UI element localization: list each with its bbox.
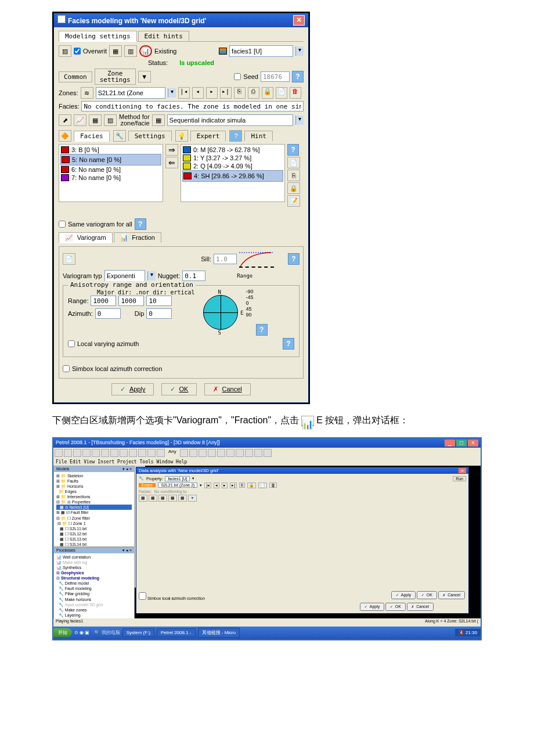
tab-variogram[interactable]: 📈 Variogram xyxy=(59,232,113,243)
toolbar-icon[interactable] xyxy=(226,449,234,457)
note-icon[interactable]: 📝 xyxy=(287,195,300,207)
start-button[interactable]: 开始 xyxy=(53,628,72,637)
models-tree[interactable]: ⊞ 📁 Skeleton ⊞ 📁 Faults ⊞ 📁 Horizons 📁 E… xyxy=(54,472,134,547)
list-item[interactable]: 4: SH [29.86 -> 29.86 %] xyxy=(194,172,264,179)
ok-button[interactable]: ✓ OK xyxy=(161,383,197,395)
tab-icon[interactable]: ▦ xyxy=(178,495,187,502)
property-dropdown[interactable]: ▾ xyxy=(295,46,304,56)
list-item[interactable]: 1: Y [3.27 -> 3.27 %] xyxy=(193,154,251,161)
lock-page-icon[interactable]: 🔒 xyxy=(287,182,300,194)
close-button[interactable]: × xyxy=(293,15,305,26)
lock-icon[interactable]: 🔒 xyxy=(247,483,256,488)
help-icon[interactable]: ? xyxy=(283,338,294,350)
method-icon-1[interactable]: ⬈ xyxy=(59,114,71,126)
range-minor-input[interactable] xyxy=(118,296,144,306)
apply-button[interactable]: ✓ Apply xyxy=(111,383,154,395)
bar-chart-icon[interactable]: ▥ xyxy=(124,45,137,57)
tab-icon[interactable]: ▦ xyxy=(158,495,167,502)
toolbar-icon[interactable] xyxy=(236,449,244,457)
toolbar-icon[interactable] xyxy=(180,449,188,457)
azimuth-input[interactable] xyxy=(95,308,121,319)
toolbar-icon[interactable] xyxy=(199,449,207,457)
toolbar-icon[interactable] xyxy=(254,449,262,457)
zone-select[interactable]: S2L21.txt (Zone 2) xyxy=(158,483,197,488)
run-button[interactable]: Run xyxy=(453,476,466,481)
taskbar-item[interactable]: System (F:) xyxy=(122,628,154,637)
new-page-icon[interactable]: 📄 xyxy=(287,157,300,168)
overwrite-checkbox[interactable] xyxy=(74,48,81,55)
toolbar-icon[interactable] xyxy=(92,449,100,457)
apply-button[interactable]: ✓ Apply xyxy=(360,603,384,611)
toolbar-icon[interactable] xyxy=(129,449,137,457)
toolbar-icon[interactable] xyxy=(64,449,72,457)
taskbar-item[interactable]: Petrel 2008.1 - xyxy=(157,628,195,637)
list-item[interactable]: 0: M [62.78 -> 62.78 %] xyxy=(193,146,260,153)
toolbar-icon[interactable] xyxy=(120,449,128,457)
histogram-icon[interactable]: 📊 xyxy=(139,45,152,57)
method-icon-3[interactable]: ▦ xyxy=(89,114,102,126)
toolbar-icon[interactable] xyxy=(138,449,146,457)
grid-icon[interactable]: ▦ xyxy=(152,114,165,126)
taskbar-item[interactable]: 其他链接 - Micro xyxy=(198,628,240,638)
common-button[interactable]: Common xyxy=(59,71,92,82)
method-icon-4[interactable]: ▨ xyxy=(104,114,117,126)
toolbar-icon[interactable] xyxy=(157,449,165,457)
range-vertical-input[interactable] xyxy=(146,296,172,306)
ok-button[interactable]: ✓ OK xyxy=(385,603,406,611)
min-button[interactable]: _ xyxy=(445,440,455,447)
toolbar-icon[interactable] xyxy=(208,449,216,457)
cancel-button[interactable]: ✗ Cancel xyxy=(204,383,251,395)
tab-fraction[interactable]: 📊 Fraction xyxy=(114,232,161,243)
property-select[interactable]: facies1 [U] xyxy=(165,476,190,481)
nav-last[interactable]: ▸| xyxy=(230,483,237,488)
toolbar-icon[interactable] xyxy=(189,449,197,457)
cancel-button[interactable]: ✗ Cancel xyxy=(407,603,434,611)
nav-prev[interactable]: ◂ xyxy=(214,483,219,488)
toolbar-icon[interactable] xyxy=(245,449,253,457)
filter-icon[interactable]: ▼ xyxy=(138,71,151,82)
help-icon[interactable]: ? xyxy=(292,71,304,82)
dip-input[interactable] xyxy=(146,308,172,319)
zone-settings-button[interactable]: Zone settings xyxy=(95,69,136,85)
nav-next[interactable]: ▸ xyxy=(222,483,228,488)
simbox-checkbox[interactable] xyxy=(139,592,146,600)
help-icon[interactable]: ? xyxy=(135,218,146,230)
tab-settings[interactable]: Settings xyxy=(128,131,172,141)
tab-hint[interactable]: Hint xyxy=(244,131,273,141)
method-dropdown[interactable]: ▾ xyxy=(295,116,304,125)
cancel-button[interactable]: ✗ Cancel xyxy=(438,591,465,599)
tab-modeling-settings[interactable]: Modeling settings xyxy=(59,31,137,42)
list-item[interactable]: 2: Q [4.09 -> 4.09 %] xyxy=(193,163,252,170)
next-button[interactable]: ▸ xyxy=(206,87,218,99)
ok-button[interactable]: ✓ OK xyxy=(417,591,437,599)
nav-first[interactable]: |◂ xyxy=(204,483,211,488)
processes-tree[interactable]: 📊 Well correlation 📊 Make well log 📊 Syn… xyxy=(54,553,134,628)
apply-button[interactable]: ✓ Apply xyxy=(391,591,416,599)
settings-icon[interactable]: ▦ xyxy=(109,45,122,57)
list-item[interactable]: 3: B [0 %] xyxy=(71,146,99,153)
tab-icon[interactable]: ▦ xyxy=(139,495,147,502)
list-item[interactable]: 6: No name [0 %] xyxy=(71,166,121,173)
menu-bar[interactable]: File Edit View Insert Project Tools Wind… xyxy=(53,458,481,466)
filter-icon[interactable]: ▼ xyxy=(188,495,197,502)
tab-icon[interactable]: ▦ xyxy=(149,495,157,502)
paste-icon[interactable]: ⎙ xyxy=(248,87,259,99)
toolbar-icon[interactable] xyxy=(264,449,272,457)
local-azimuth-checkbox[interactable] xyxy=(68,340,75,347)
prev-button[interactable]: ◂ xyxy=(192,87,204,99)
zone-select[interactable]: S2L21.txt (Zone xyxy=(98,89,143,96)
vtype-dropdown[interactable]: ▾ xyxy=(147,271,156,280)
delete-icon[interactable]: 🗑 xyxy=(269,483,277,488)
toolbar-icon[interactable] xyxy=(55,449,63,457)
toolbar-icon[interactable] xyxy=(73,449,81,457)
tab-facies[interactable]: Facies xyxy=(74,131,110,142)
seed-checkbox[interactable] xyxy=(234,73,241,80)
vtype-select[interactable]: Exponenti xyxy=(107,272,135,279)
move-right-button[interactable]: ⇒ xyxy=(165,144,178,156)
copy-icon[interactable]: ⎘ xyxy=(239,483,245,488)
method-select[interactable]: Sequential indicator simula xyxy=(169,117,246,124)
copy-page-icon[interactable]: ⎘ xyxy=(287,170,300,181)
zones-icon[interactable]: ≋ xyxy=(81,87,93,99)
system-tray[interactable]: 🔇 21:30 xyxy=(455,629,481,636)
tab-expert[interactable]: Expert xyxy=(190,131,226,141)
